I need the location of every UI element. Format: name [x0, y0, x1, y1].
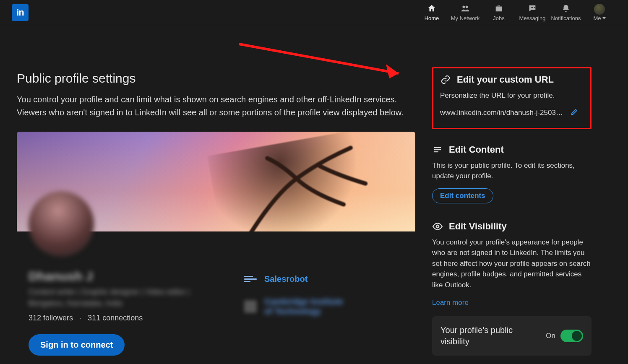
nav-home[interactable]: Home — [415, 1, 448, 24]
svg-point-4 — [534, 7, 534, 8]
svg-point-3 — [532, 7, 533, 8]
school-logo-icon — [244, 300, 257, 313]
pencil-icon[interactable] — [570, 108, 578, 118]
profile-name: Dhanush J — [29, 269, 244, 283]
card-description: Personalize the URL for your profile. — [440, 90, 584, 101]
page-description: You control your profile and can limit w… — [17, 93, 415, 119]
top-nav: in Home My Network Jobs Messaging — [0, 0, 628, 25]
nav-jobs[interactable]: Jobs — [482, 1, 516, 24]
svg-point-2 — [531, 7, 532, 8]
profile-location: Bengaluru, Karnataka, India — [29, 299, 244, 308]
visibility-toggle-box: Your profile's public visibility On — [432, 316, 592, 356]
school-name: Cambridge Institute of Technology — [264, 297, 348, 316]
home-icon — [427, 4, 436, 14]
connections-count: 311 connections — [88, 314, 143, 322]
visibility-toggle[interactable] — [560, 330, 583, 342]
eye-icon — [432, 221, 443, 232]
avatar-icon — [594, 4, 605, 15]
company-logo-icon — [244, 273, 257, 285]
edit-visibility-card: Edit Visibility You control your profile… — [432, 215, 592, 364]
card-title: Edit your custom URL — [457, 74, 554, 85]
nav-label: Notifications — [551, 15, 581, 21]
learn-more-link[interactable]: Learn more — [432, 299, 469, 307]
nav-label: Messaging — [519, 15, 546, 21]
profile-headline: Content writer | Graphic designer | Vide… — [29, 288, 209, 296]
chat-icon — [528, 4, 537, 14]
card-description: This is your public profile. To edit its… — [432, 160, 592, 182]
nav-label: Home — [425, 15, 439, 21]
link-icon — [440, 74, 451, 85]
edit-custom-url-card: Edit your custom URL Personalize the URL… — [432, 67, 592, 129]
card-description: You control your profile's appearance fo… — [432, 237, 592, 291]
followers-count: 312 followers — [29, 314, 73, 322]
nav-me-label: Me — [593, 15, 601, 21]
list-icon — [432, 144, 443, 155]
profile-stats: 312 followers · 311 connections — [29, 314, 244, 322]
people-icon — [461, 4, 470, 14]
education-item[interactable]: Cambridge Institute of Technology — [244, 297, 404, 316]
sign-in-to-connect-button[interactable]: Sign in to connect — [29, 334, 125, 356]
main-column: Public profile settings You control your… — [17, 25, 415, 364]
svg-point-0 — [462, 5, 465, 8]
profile-url-text: www.linkedin.com/in/dhanush-j-2503a… — [440, 109, 566, 117]
nav-network[interactable]: My Network — [448, 1, 482, 24]
edit-content-card: Edit Content This is your public profile… — [432, 138, 592, 215]
bell-icon — [561, 4, 571, 14]
company-item[interactable]: Salesrobot — [244, 273, 404, 285]
briefcase-icon — [494, 4, 503, 14]
nav-messaging[interactable]: Messaging — [516, 1, 549, 24]
right-sidebar: Edit your custom URL Personalize the URL… — [432, 25, 592, 364]
profile-avatar[interactable] — [29, 191, 94, 257]
card-title: Edit Content — [449, 144, 504, 155]
page-title: Public profile settings — [17, 71, 415, 86]
toggle-state-text: On — [546, 332, 555, 340]
edit-contents-button[interactable]: Edit contents — [432, 188, 493, 203]
nav-label: My Network — [451, 15, 480, 21]
nav-me[interactable]: Me — [583, 1, 616, 24]
company-name: Salesrobot — [264, 274, 307, 284]
svg-point-10 — [436, 225, 439, 228]
nav-label: Jobs — [493, 15, 504, 21]
visibility-toggle-label: Your profile's public visibility — [440, 325, 533, 347]
chevron-down-icon — [602, 17, 606, 19]
nav-notifications[interactable]: Notifications — [549, 1, 583, 24]
svg-point-1 — [466, 5, 468, 8]
linkedin-logo[interactable]: in — [12, 4, 29, 21]
card-title: Edit Visibility — [449, 221, 507, 232]
